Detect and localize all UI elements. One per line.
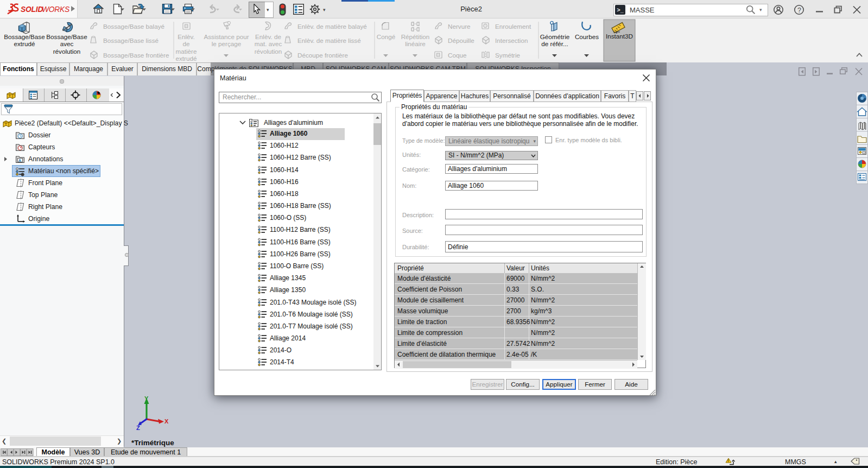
svg-text:?: ? [797, 7, 801, 14]
svg-text:X: X [164, 418, 169, 425]
svg-text:A: A [18, 158, 22, 163]
svg-text:WORKS: WORKS [42, 5, 70, 14]
svg-text:Y: Y [144, 395, 149, 402]
svg-text:!: ! [727, 459, 728, 463]
svg-text:SOLID: SOLID [21, 5, 43, 14]
svg-text:Z: Z [136, 425, 140, 431]
